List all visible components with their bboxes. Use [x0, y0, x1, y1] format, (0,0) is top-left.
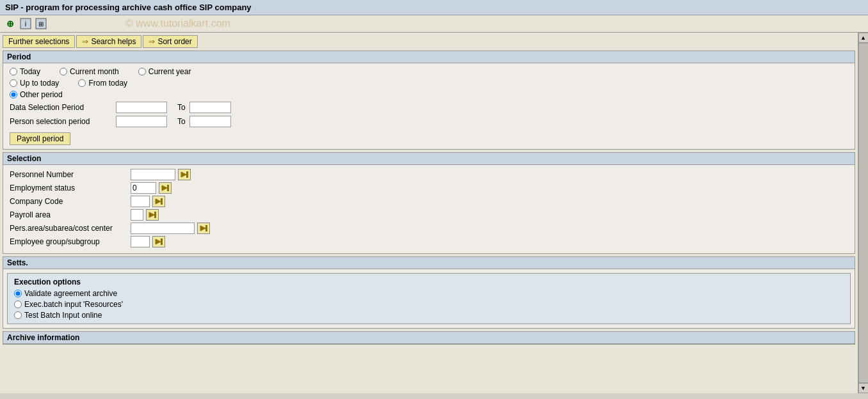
radio-up-to-today[interactable]: Up to today: [10, 79, 59, 88]
payroll-area-label: Payroll area: [10, 210, 128, 219]
svg-rect-13: [205, 225, 207, 231]
radio-current-year-input[interactable]: [138, 68, 146, 75]
radio-current-month-label: Current month: [70, 67, 119, 76]
title-bar: SIP - program for processing archive cas…: [0, 0, 868, 15]
radio-current-month[interactable]: Current month: [60, 67, 119, 76]
radio-other-period[interactable]: Other period: [10, 90, 63, 99]
radio-test-batch-online[interactable]: Test Batch Input online: [14, 311, 844, 320]
svg-rect-11: [154, 212, 156, 218]
data-selection-period-from-input[interactable]: [116, 102, 167, 113]
svg-marker-4: [181, 172, 186, 177]
execution-options-header: Execution options: [14, 278, 844, 286]
selection-section-content: Personnel Number Employment status: [3, 165, 855, 253]
radio-validate-archive-input[interactable]: [14, 290, 22, 297]
tab-further-selections-label: Further selections: [8, 37, 69, 46]
svg-marker-14: [156, 239, 161, 244]
radio-from-today-input[interactable]: [78, 79, 86, 87]
scroll-up-button[interactable]: ▲: [858, 33, 869, 43]
person-selection-period-label: Person selection period: [10, 117, 112, 126]
radio-exec-batch-resources-input[interactable]: [14, 301, 22, 308]
radio-today[interactable]: Today: [10, 67, 40, 76]
info-icon[interactable]: i: [19, 17, 32, 30]
radio-up-to-today-input[interactable]: [10, 79, 17, 87]
vertical-scrollbar[interactable]: ▲ ▼: [858, 33, 868, 393]
archive-section-header: Archive information: [3, 332, 855, 344]
person-selection-period-row: Person selection period To: [10, 116, 848, 127]
radio-current-month-input[interactable]: [60, 68, 67, 75]
employee-group-label: Employee group/subgroup: [10, 237, 128, 246]
data-selection-period-label: Data Selection Period: [10, 103, 112, 112]
data-selection-period-to-label: To: [177, 103, 186, 112]
radio-exec-batch-resources-label: Exec.batch input 'Resources': [24, 300, 123, 309]
execution-option-batch: Exec.batch input 'Resources': [14, 300, 844, 309]
radio-exec-batch-resources[interactable]: Exec.batch input 'Resources': [14, 300, 844, 309]
toolbar: ⊕ i ⊞ © www.tutorialkart.com: [0, 15, 868, 33]
employee-group-arrow-btn[interactable]: [152, 236, 165, 247]
company-code-label: Company Code: [10, 197, 128, 206]
payroll-period-button[interactable]: Payroll period: [10, 132, 70, 145]
tabs-bar: Further selections ⇒ Search helps ⇒ Sort…: [3, 35, 855, 48]
employment-status-label: Employment status: [10, 184, 128, 192]
svg-marker-8: [156, 199, 161, 204]
data-selection-period-row: Data Selection Period To: [10, 102, 848, 113]
execution-options-box: Execution options Validate agreement arc…: [7, 273, 851, 324]
payroll-area-row: Payroll area: [10, 209, 848, 221]
radio-current-year[interactable]: Current year: [138, 67, 191, 76]
radio-test-batch-online-input[interactable]: [14, 311, 22, 319]
pers-area-label: Pers.area/subarea/cost center: [10, 224, 128, 233]
radio-today-input[interactable]: [10, 68, 17, 75]
setts-section: Setts. Execution options Validate agreem…: [3, 256, 855, 329]
payroll-area-input[interactable]: [131, 209, 143, 221]
tab-sort-order-arrow: ⇒: [149, 37, 155, 46]
back-icon[interactable]: ⊕: [4, 17, 17, 30]
employment-status-input[interactable]: [131, 182, 156, 194]
radio-validate-archive[interactable]: Validate agreement archive: [14, 289, 844, 298]
archive-section: Archive information: [3, 331, 855, 345]
employment-status-row: Employment status: [10, 182, 848, 194]
employment-status-arrow-btn[interactable]: [159, 182, 172, 194]
radio-other-period-input[interactable]: [10, 91, 17, 98]
selection-section: Selection Personnel Number Employment st…: [3, 152, 855, 254]
payroll-period-row: Payroll period: [10, 130, 848, 145]
pers-area-arrow-btn[interactable]: [197, 223, 210, 234]
scroll-track[interactable]: [858, 43, 869, 383]
person-selection-period-from-input[interactable]: [116, 116, 167, 127]
title-text: SIP - program for processing archive cas…: [5, 3, 252, 12]
personnel-number-arrow-btn[interactable]: [178, 169, 191, 180]
tab-search-helps-label: Search helps: [91, 37, 136, 46]
company-code-row: Company Code: [10, 196, 848, 207]
tab-sort-order[interactable]: ⇒ Sort order: [143, 35, 197, 48]
company-code-input[interactable]: [131, 196, 150, 207]
svg-rect-9: [161, 198, 163, 205]
radio-from-today[interactable]: From today: [78, 79, 127, 88]
pers-area-input[interactable]: [131, 223, 195, 234]
personnel-number-label: Personnel Number: [10, 170, 128, 179]
pers-area-row: Pers.area/subarea/cost center: [10, 223, 848, 234]
tab-further-selections[interactable]: Further selections: [3, 35, 75, 48]
watermark: © www.tutorialkart.com: [125, 18, 230, 29]
employee-group-row: Employee group/subgroup: [10, 236, 848, 247]
svg-text:⊞: ⊞: [38, 20, 44, 27]
period-section-content: Today Current month Current year: [3, 63, 855, 149]
data-selection-period-to-input[interactable]: [189, 102, 231, 113]
radio-current-year-label: Current year: [149, 67, 191, 76]
tab-sort-order-label: Sort order: [157, 37, 191, 46]
svg-marker-10: [149, 212, 154, 217]
period-section-header: Period: [3, 51, 855, 63]
selection-section-header: Selection: [3, 153, 855, 165]
personnel-number-input[interactable]: [131, 169, 175, 180]
tab-search-helps[interactable]: ⇒ Search helps: [76, 35, 141, 48]
radio-today-label: Today: [20, 67, 40, 76]
tab-search-helps-arrow: ⇒: [82, 37, 88, 46]
person-selection-period-to-input[interactable]: [189, 116, 231, 127]
svg-rect-7: [167, 185, 169, 191]
bookmark-icon[interactable]: ⊞: [35, 17, 47, 30]
payroll-area-arrow-btn[interactable]: [146, 209, 159, 221]
period-section: Period Today Current month Current yea: [3, 51, 855, 150]
period-row-2: Up to today From today: [10, 79, 848, 88]
scroll-down-button[interactable]: ▼: [858, 383, 869, 393]
svg-text:i: i: [25, 20, 26, 27]
company-code-arrow-btn[interactable]: [152, 196, 165, 207]
svg-rect-5: [186, 171, 188, 178]
employee-group-input[interactable]: [131, 236, 150, 247]
